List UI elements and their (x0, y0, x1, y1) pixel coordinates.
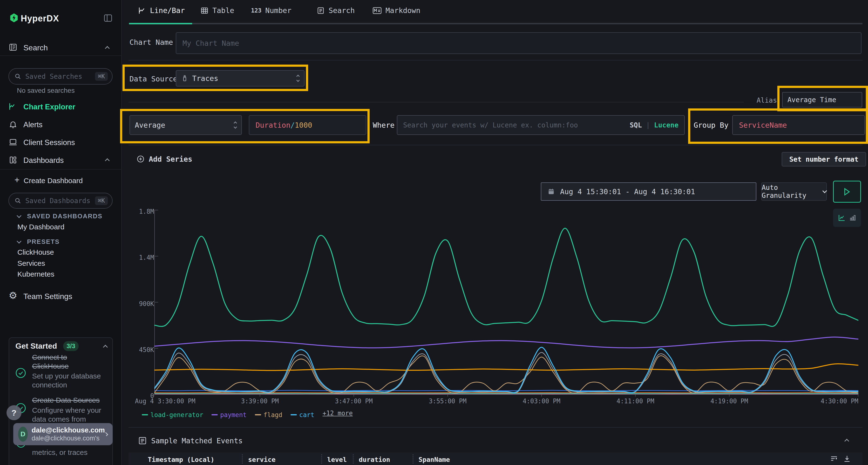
column-header[interactable]: SpanName (418, 456, 450, 463)
legend-item[interactable]: cart (290, 411, 314, 419)
sidebar-item-my-dashboard[interactable]: My Dashboard (18, 223, 64, 231)
x-tick-label: 3:55:00 PM (429, 398, 467, 405)
column-header[interactable]: duration (359, 456, 390, 463)
x-tick-label: 4:11:00 PM (617, 398, 654, 405)
document-icon (317, 6, 325, 15)
chevron-up-icon[interactable] (105, 158, 110, 163)
x-tick-label: 4:30:00 PM (820, 398, 858, 405)
add-series-button[interactable]: Add Series (136, 155, 192, 163)
tab-number[interactable]: 123 Number (251, 6, 291, 15)
gs-item-desc-line: data comes from (32, 414, 86, 424)
lucene-toggle[interactable]: Lucene (654, 121, 679, 129)
line-chart-icon (138, 6, 146, 15)
date-range-picker[interactable]: Aug 4 15:30:01 - Aug 4 16:30:01 (541, 182, 756, 201)
sidebar-item-client-sessions[interactable]: Client Sessions (23, 138, 75, 147)
saved-dashboards-placeholder: Saved Dashboards (25, 197, 90, 205)
column-resizer[interactable] (242, 455, 243, 464)
get-started-title: Get Started (16, 342, 57, 351)
run-query-button[interactable] (833, 181, 861, 203)
active-tab-underline (129, 23, 192, 24)
get-started-card: Get Started 3/3 Connect to ClickHouse Se… (9, 337, 113, 465)
x-tick-label: 4:19:00 PM (710, 398, 748, 405)
y-tick-label: 450K (139, 346, 154, 354)
tab-line-bar[interactable]: Line/Bar (138, 6, 185, 15)
data-source-select[interactable]: Traces (176, 70, 305, 87)
gs-item-title-line: Create Data Sources (32, 396, 100, 404)
collapse-sidebar-icon[interactable] (104, 14, 112, 22)
sidebar-item-kubernetes[interactable]: Kubernetes (18, 270, 54, 278)
markdown-icon (373, 6, 382, 15)
sidebar-item-team-settings[interactable]: Team Settings (23, 292, 72, 301)
check-circle-icon (15, 367, 27, 379)
legend-dash-icon (142, 414, 148, 416)
group-saved-dashboards[interactable]: SAVED DASHBOARDS (27, 212, 102, 220)
sql-toggle[interactable]: SQL (630, 121, 642, 129)
sample-events-title: Sample Matched Events (151, 437, 243, 445)
select-chevrons-icon (234, 122, 237, 128)
chevron-down-icon[interactable] (17, 239, 22, 243)
saved-searches-input[interactable]: Saved Searches ⌘K (8, 68, 113, 85)
client-sessions-icon (9, 138, 18, 146)
column-resizer[interactable] (353, 455, 354, 464)
alias-input[interactable] (782, 92, 862, 107)
column-header[interactable]: service (248, 456, 276, 463)
timeseries-chart[interactable] (154, 209, 858, 397)
gs-item-desc-line: metrics, or traces (32, 448, 88, 457)
chevron-up-icon[interactable] (103, 345, 108, 350)
legend-more-link[interactable]: +12 more (322, 409, 353, 417)
granularity-select[interactable]: Auto Granularity (761, 182, 827, 201)
wrap-text-icon[interactable] (830, 455, 838, 463)
x-axis-labels: Aug 4 3:30:00 PM3:39:00 PM3:47:00 PM3:55… (154, 398, 858, 406)
y-tick-label: 1.4M (139, 254, 154, 261)
chart-legend[interactable]: load-generatorpaymentflagdcart+12 more (142, 409, 841, 418)
tab-table[interactable]: Table (200, 6, 234, 15)
column-header[interactable]: level (327, 456, 347, 463)
column-header[interactable]: Timestamp (Local) (148, 456, 214, 463)
events-table-header: Timestamp (Local) service level duration… (128, 453, 863, 465)
field-expression-input[interactable]: Duration/1000 (249, 115, 366, 135)
chart-name-input[interactable] (176, 32, 862, 54)
column-resizer[interactable] (321, 455, 322, 464)
alerts-bell-icon (9, 120, 18, 129)
collapse-section-icon[interactable] (844, 439, 849, 443)
tabbar-underline (129, 23, 863, 24)
tab-markdown[interactable]: Markdown (373, 6, 421, 15)
saved-dashboards-input[interactable]: Saved Dashboards ⌘K (8, 193, 113, 209)
legend-item[interactable]: load-generator (142, 411, 203, 419)
sidebar-item-clickhouse[interactable]: ClickHouse (18, 248, 54, 256)
field-token: Duration (255, 121, 290, 129)
sidebar-item-search[interactable]: Search (23, 43, 48, 52)
sidebar-item-dashboards[interactable]: Dashboards (23, 156, 64, 165)
set-number-format-button[interactable]: Set number format (782, 152, 866, 166)
help-button[interactable]: ? (6, 405, 22, 420)
tab-search[interactable]: Search (317, 6, 355, 15)
shortcut-badge: ⌘K (95, 72, 108, 81)
sidebar-item-chart-explorer[interactable]: Chart Explorer (23, 103, 75, 111)
chevron-down-icon (823, 189, 827, 193)
sidebar-item-services[interactable]: Services (18, 259, 45, 267)
table-icon (200, 6, 209, 15)
search-section-icon (9, 43, 18, 52)
plus-circle-icon (136, 155, 145, 163)
where-input[interactable]: Search your events w/ Lucene ex. column:… (397, 115, 685, 135)
group-presets[interactable]: PRESETS (27, 238, 60, 245)
divider (128, 102, 744, 102)
legend-item[interactable]: payment (212, 411, 247, 419)
chevron-down-icon[interactable] (17, 213, 22, 218)
legend-dash-icon (290, 414, 297, 416)
create-dashboard-button[interactable]: Create Dashboard (24, 176, 83, 185)
aggregation-select[interactable]: Average (129, 115, 242, 135)
download-icon[interactable] (843, 455, 851, 463)
shortcut-badge: ⌘K (95, 196, 108, 205)
alias-label: Alias (756, 96, 777, 104)
avatar: D (18, 427, 28, 442)
chevron-up-icon[interactable] (105, 46, 110, 51)
user-menu[interactable]: D dale@clickhouse.com dale@clickhouse.co… (13, 423, 113, 445)
user-subtitle: dale@clickhouse.com's (32, 434, 105, 442)
column-resizer[interactable] (412, 455, 413, 464)
sidebar-item-alerts[interactable]: Alerts (23, 121, 42, 129)
toggle-divider: | (646, 121, 650, 129)
gs-item-title-line: Connect to (32, 353, 67, 362)
legend-item[interactable]: flagd (255, 411, 282, 419)
group-by-input[interactable] (732, 115, 865, 135)
